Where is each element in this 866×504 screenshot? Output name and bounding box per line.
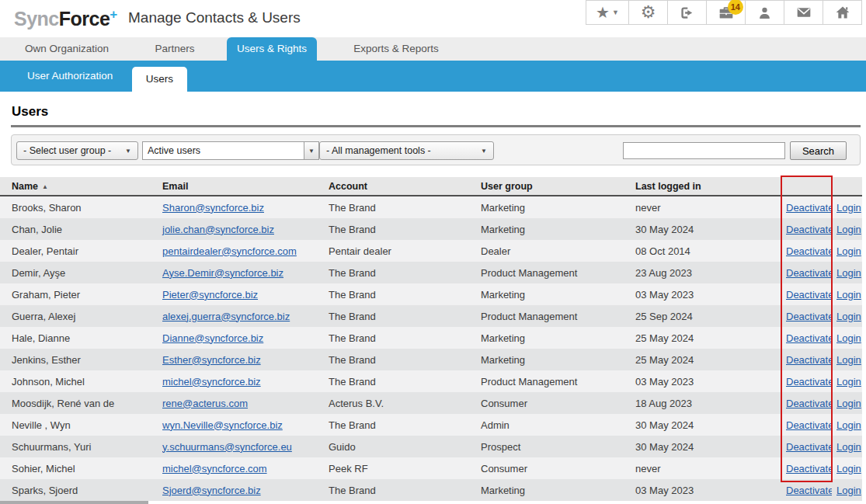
table-row: Sohier, Michel michel@syncforce.com Peek…	[0, 457, 862, 479]
deactivate-link[interactable]: Deactivate	[786, 398, 832, 409]
gear-icon: ⚙	[641, 4, 656, 21]
user-group: Admin	[479, 419, 634, 431]
account: Guido	[327, 441, 479, 453]
email-link[interactable]: wyn.Neville@syncforce.biz	[162, 419, 283, 431]
user-group: Marketing	[479, 224, 634, 235]
login-link[interactable]: Login	[836, 311, 861, 322]
account: The Brand	[327, 376, 479, 388]
tab-exports-and-reports[interactable]: Exports & Reports	[334, 37, 458, 61]
app-header: SyncForce+ Manage Contacts & Users ★ ▼ ⚙…	[0, 0, 866, 37]
user-name: Johnson, Michel	[0, 376, 161, 388]
login-link[interactable]: Login	[836, 441, 861, 453]
deactivate-link[interactable]: Deactivate	[786, 224, 832, 235]
last-logged-in: 18 Aug 2023	[634, 398, 781, 409]
table-row: Sparks, Sjoerd Sjoerd@syncforce.biz The …	[0, 479, 862, 501]
email-link[interactable]: rene@acterus.com	[162, 398, 248, 409]
status-combo-input[interactable]	[142, 141, 304, 160]
column-header-user-group[interactable]: User group	[479, 181, 634, 192]
login-link[interactable]: Login	[836, 463, 861, 474]
deactivate-link[interactable]: Deactivate	[786, 267, 832, 279]
login-link[interactable]: Login	[836, 419, 861, 431]
deactivate-link[interactable]: Deactivate	[786, 332, 832, 344]
profile-button[interactable]	[745, 0, 784, 25]
last-logged-in: 23 Aug 2023	[634, 267, 781, 279]
deactivate-link[interactable]: Deactivate	[786, 289, 832, 301]
favorites-button[interactable]: ★ ▼	[586, 0, 629, 25]
deactivate-link[interactable]: Deactivate	[786, 441, 832, 453]
account: The Brand	[327, 354, 479, 366]
deactivate-link[interactable]: Deactivate	[786, 419, 832, 431]
table-row: Graham, Pieter Pieter@syncforce.biz The …	[0, 283, 862, 305]
home-icon	[835, 5, 850, 20]
management-tools-dropdown[interactable]: - All management tools - ▼	[319, 141, 494, 160]
table-row: Moosdijk, René van de rene@acterus.com A…	[0, 392, 862, 414]
subtab-user-authorization[interactable]: User Authorization	[27, 61, 113, 92]
email-link[interactable]: alexej.guerra@syncforce.biz	[162, 311, 290, 322]
email-link[interactable]: jolie.chan@syncforce.biz	[162, 224, 274, 235]
user-group: Product Management	[479, 376, 634, 388]
tab-users-and-rights[interactable]: Users & Rights	[227, 37, 317, 61]
last-logged-in: never	[634, 202, 781, 214]
user-group-dropdown[interactable]: - Select user group - ▼	[16, 141, 138, 160]
status-combobox: ▼	[142, 141, 319, 160]
settings-button[interactable]: ⚙	[628, 0, 668, 25]
login-link[interactable]: Login	[836, 332, 861, 344]
deactivate-link[interactable]: Deactivate	[786, 485, 832, 496]
table-body: Brooks, Sharon Sharon@syncforce.biz The …	[0, 196, 862, 501]
column-header-account[interactable]: Account	[327, 181, 479, 192]
last-logged-in: 25 May 2024	[634, 354, 781, 366]
email-link[interactable]: Sjoerd@syncforce.biz	[162, 485, 261, 496]
status-combo-caret-button[interactable]: ▼	[304, 141, 319, 160]
login-link[interactable]: Login	[836, 398, 861, 409]
email-link[interactable]: Sharon@syncforce.biz	[162, 202, 264, 214]
column-header-email[interactable]: Email	[161, 181, 327, 192]
email-link[interactable]: Ayse.Demir@syncforce.biz	[162, 267, 283, 279]
login-link[interactable]: Login	[836, 354, 861, 366]
deactivate-link[interactable]: Deactivate	[786, 311, 832, 322]
email-link[interactable]: y.schuurmans@syncforce.eu	[162, 441, 292, 453]
email-link[interactable]: pentairdealer@syncforce.com	[162, 245, 297, 257]
column-header-last-logged-in[interactable]: Last logged in	[634, 181, 781, 192]
chevron-down-icon: ▼	[308, 148, 315, 155]
user-name: Hale, Dianne	[0, 332, 161, 344]
deactivate-link[interactable]: Deactivate	[786, 463, 832, 474]
email-link[interactable]: michel@syncforce.com	[162, 463, 267, 474]
user-name: Brooks, Sharon	[0, 202, 161, 214]
messages-button[interactable]	[784, 0, 823, 25]
tasks-button[interactable]: 14	[706, 0, 746, 25]
sign-out-button[interactable]	[667, 0, 707, 25]
login-link[interactable]: Login	[836, 485, 861, 496]
email-link[interactable]: Pieter@syncforce.biz	[162, 289, 258, 301]
login-link[interactable]: Login	[836, 289, 861, 301]
user-name: Chan, Jolie	[0, 224, 161, 235]
sort-ascending-icon: ▲	[42, 183, 48, 190]
email-link[interactable]: Esther@syncforce.biz	[162, 354, 261, 366]
tab-partners[interactable]: Partners	[138, 37, 211, 61]
table-row: Schuurmans, Yuri y.schuurmans@syncforce.…	[0, 436, 862, 457]
tab-own-organization[interactable]: Own Organization	[11, 37, 123, 61]
user-name: Moosdijk, René van de	[0, 398, 161, 409]
content-area: Users - Select user group - ▼ ▼ - All ma…	[0, 104, 866, 504]
login-link[interactable]: Login	[836, 376, 861, 388]
deactivate-link[interactable]: Deactivate	[786, 202, 832, 214]
column-header-name[interactable]: Name▲	[0, 181, 161, 192]
home-button[interactable]	[823, 0, 862, 25]
login-link[interactable]: Login	[836, 224, 861, 235]
account: The Brand	[327, 311, 479, 322]
user-name: Guerra, Alexej	[0, 311, 161, 322]
email-link[interactable]: Dianne@syncforce.biz	[162, 332, 263, 344]
account: Peek RF	[327, 463, 479, 474]
last-logged-in: 08 Oct 2014	[634, 245, 781, 257]
email-link[interactable]: michel@syncforce.biz	[162, 376, 261, 388]
login-link[interactable]: Login	[836, 202, 861, 214]
search-input[interactable]	[623, 142, 785, 159]
deactivate-link[interactable]: Deactivate	[786, 376, 832, 388]
search-button[interactable]: Search	[790, 141, 847, 160]
subtab-users[interactable]: Users	[132, 67, 187, 92]
login-link[interactable]: Login	[836, 267, 861, 279]
deactivate-link[interactable]: Deactivate	[786, 354, 832, 366]
login-link[interactable]: Login	[836, 245, 861, 257]
table-header-row: Name▲ Email Account User group Last logg…	[0, 177, 862, 196]
deactivate-link[interactable]: Deactivate	[786, 245, 832, 257]
account: Acterus B.V.	[327, 398, 479, 409]
